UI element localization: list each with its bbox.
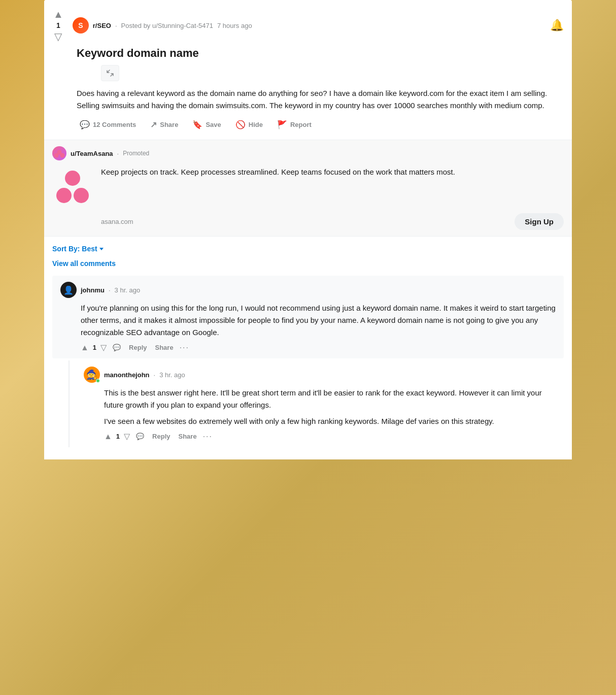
signup-button[interactable]: Sign Up [515,213,564,230]
time-ago: 7 hours ago [217,22,252,29]
comments-section: Sort By: Best View all comments 👤 johnmu… [44,237,572,459]
sort-bar: Sort By: Best [52,245,564,253]
view-all-comments-button[interactable]: View all comments [52,259,116,268]
report-button[interactable]: 🚩 Report [274,118,315,131]
more-options-button[interactable]: ··· [180,343,189,352]
nested-vote-count: 1 [116,433,120,440]
nested-reply-button[interactable]: Reply [150,432,172,441]
post-section: ▲ 1 ▽ S r/SEO · Posted by u/Stunning-Cat… [44,0,572,140]
nested-downvote-button[interactable]: ▽ [124,432,130,441]
comment: 👤 johnmu · 3 hr. ago If you're planning … [52,276,564,358]
nested-comment-icon-btn[interactable]: 💬 [134,432,146,441]
comment-icon: 💬 [80,120,90,129]
chevron-down-icon [99,248,104,250]
comment-actions: ▲ 1 ▽ 💬 Reply Share ··· [60,343,556,352]
share-icon: ↗ [150,120,157,129]
sort-button[interactable]: Sort By: Best [52,245,104,253]
nested-more-options-button[interactable]: ··· [203,432,213,441]
posted-by: Posted by u/Stunning-Cat-5471 [121,22,213,29]
ad-header: u/TeamAsana · Promoted [52,146,564,160]
online-indicator [96,379,100,383]
meta-separator: · [115,22,117,29]
hide-button[interactable]: 🚫 Hide [232,118,266,131]
nested-separator: · [154,371,156,379]
post-meta: S r/SEO · Posted by u/Stunning-Cat-5471 … [73,17,550,34]
hide-icon: 🚫 [235,120,246,129]
post-actions: 💬 12 Comments ↗ Share 🔖 Save 🚫 Hide 🚩 Re… [77,118,564,131]
subreddit-name[interactable]: r/SEO [93,22,111,29]
ad-logo-container [52,167,93,207]
upvote-button[interactable]: ▲ [52,8,64,20]
nested-comment-time: 3 hr. ago [159,371,185,379]
comment-time: 3 hr. ago [115,286,141,294]
ad-avatar [52,146,66,160]
ad-username[interactable]: u/TeamAsana [71,150,113,157]
comment-share-button[interactable]: Share [153,343,175,352]
nested-comment-thread: 🧙 manonthejohn · 3 hr. ago This is the b… [69,360,564,447]
ad-domain: asana.com [101,218,133,225]
svg-point-1 [54,153,59,158]
comment-downvote-button[interactable]: ▽ [100,343,107,352]
ad-footer: asana.com Sign Up [101,213,564,230]
comment-avatar: 👤 [60,282,77,298]
notification-bell-icon[interactable]: 🔔 [550,19,564,32]
nested-comment-username[interactable]: manonthejohn [104,371,150,379]
reply-button[interactable]: Reply [127,343,149,352]
comment-upvote-button[interactable]: ▲ [81,343,89,352]
vote-count: 1 [56,21,60,29]
nested-comment-body1: This is the best answer right here. It'l… [84,387,556,411]
nested-comment-header: 🧙 manonthejohn · 3 hr. ago [84,367,556,383]
ad-text: Keep projects on track. Keep processes s… [101,167,564,178]
report-icon: 🚩 [277,120,287,129]
comment-separator: · [109,286,111,294]
comment-username[interactable]: johnmu [81,286,105,294]
subreddit-avatar: S [73,17,89,34]
nested-comment: 🧙 manonthejohn · 3 hr. ago This is the b… [76,360,564,447]
nested-comment-body2: I've seen a few websites do extremely we… [84,415,556,427]
comment-thread: 👤 johnmu · 3 hr. ago If you're planning … [52,276,564,447]
post-body: Does having a relevant keyword as the do… [77,87,564,112]
nested-comment-actions: ▲ 1 ▽ 💬 Reply Share ··· [84,432,556,441]
nested-upvote-button[interactable]: ▲ [104,432,112,441]
ad-section: u/TeamAsana · Promoted Keep projects on … [44,140,572,237]
expand-button[interactable] [101,65,119,81]
nested-comment-avatar: 🧙 [84,367,100,383]
bookmark-icon: 🔖 [192,120,202,129]
comment-vote-count: 1 [93,344,96,351]
comments-button[interactable]: 💬 12 Comments [77,118,139,131]
comment-icon-btn[interactable]: 💬 [111,343,123,352]
svg-point-2 [60,153,65,158]
vote-section: ▲ 1 ▽ [52,8,64,43]
ad-separator: · [117,150,119,157]
share-button[interactable]: ↗ Share [147,118,181,131]
comment-header: 👤 johnmu · 3 hr. ago [60,282,556,298]
nested-share-button[interactable]: Share [176,432,198,441]
ad-content: Keep projects on track. Keep processes s… [52,167,564,207]
ad-promoted-label: Promoted [123,150,149,157]
downvote-button[interactable]: ▽ [53,30,63,43]
comment-body: If you're planning on using this for the… [60,302,556,339]
post-title: Keyword domain name [77,47,564,60]
save-button[interactable]: 🔖 Save [189,118,224,131]
